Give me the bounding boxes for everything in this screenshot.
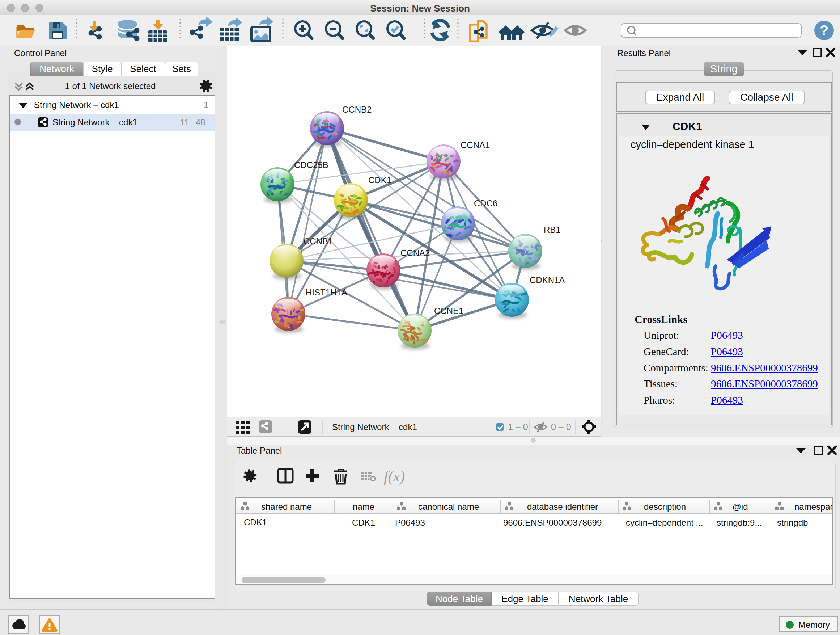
svg-text:name: name: [353, 502, 374, 511]
svg-text:0 – 0: 0 – 0: [551, 422, 571, 432]
svg-text:CDC25B: CDC25B: [294, 160, 328, 170]
svg-text:HIST1H1A: HIST1H1A: [306, 287, 347, 297]
svg-text:1 – 0: 1 – 0: [508, 422, 528, 432]
svg-text:CCNE1: CCNE1: [434, 306, 463, 316]
svg-text:9606.ENSP00000378699: 9606.ENSP00000378699: [503, 518, 602, 527]
svg-text:cyclin–dependent ...: cyclin–dependent ...: [626, 518, 703, 527]
svg-text:CDC6: CDC6: [474, 198, 497, 208]
svg-text:description: description: [644, 502, 686, 511]
svg-text:shared name: shared name: [261, 502, 312, 511]
svg-text:f(x): f(x): [384, 468, 405, 485]
svg-text:database identifier: database identifier: [527, 502, 598, 511]
svg-text:@id: @id: [732, 502, 748, 511]
svg-text:CDK1: CDK1: [368, 175, 392, 185]
svg-text:CDKN1A: CDKN1A: [530, 275, 565, 285]
svg-text:CCNB2: CCNB2: [342, 105, 371, 114]
svg-text:?: ?: [820, 22, 829, 38]
svg-text:canonical name: canonical name: [418, 502, 479, 511]
svg-text:RB1: RB1: [544, 225, 561, 234]
svg-text:CDK1: CDK1: [244, 517, 267, 527]
svg-text:namespace: namespace: [794, 502, 832, 511]
svg-text:CDK1: CDK1: [352, 518, 375, 527]
svg-text:String Network – cdk1: String Network – cdk1: [332, 422, 417, 432]
svg-text:CCNA1: CCNA1: [461, 140, 490, 150]
svg-text:stringdb: stringdb: [777, 518, 808, 527]
svg-text:CCNA2: CCNA2: [401, 248, 430, 258]
svg-text:CCNB1: CCNB1: [303, 236, 333, 246]
svg-text:stringdb:9...: stringdb:9...: [717, 518, 762, 527]
svg-text:P06493: P06493: [395, 518, 425, 527]
